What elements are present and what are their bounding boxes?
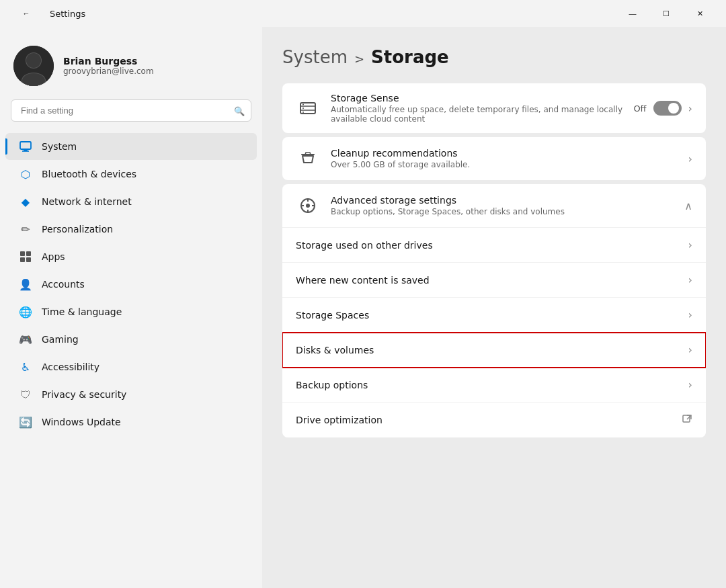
sidebar-item-privacy[interactable]: 🛡 Privacy & security [5, 381, 257, 408]
avatar-svg [13, 46, 54, 86]
svg-point-16 [302, 108, 304, 109]
sidebar-item-gaming[interactable]: 🎮 Gaming [5, 326, 257, 353]
storage-spaces-chevron: › [688, 308, 692, 321]
storage-sense-chevron: › [688, 102, 692, 115]
sidebar-item-time[interactable]: 🌐 Time & language [5, 298, 257, 325]
new-content-chevron: › [688, 274, 692, 286]
search-icon: 🔍 [234, 106, 245, 116]
user-name: Brian Burgess [63, 56, 154, 67]
sidebar-item-network[interactable]: ◆ Network & internet [5, 188, 257, 215]
sidebar-item-label-system: System [42, 141, 77, 152]
advanced-storage-title: Advanced storage settings [331, 195, 684, 206]
titlebar-title: Settings [50, 9, 85, 19]
storage-sense-toggle[interactable] [653, 101, 682, 116]
storage-sense-card: Storage Sense Automatically free up spac… [282, 83, 706, 133]
sidebar-item-apps[interactable]: Apps [5, 243, 257, 270]
close-button[interactable]: ✕ [684, 3, 715, 24]
advanced-storage-card: Advanced storage settings Backup options… [282, 184, 706, 437]
sub-item-backup[interactable]: Backup options › [282, 368, 706, 403]
svg-rect-8 [20, 251, 25, 256]
storage-sense-text: Storage Sense Automatically free up spac… [331, 93, 633, 124]
advanced-storage-action: ∧ [684, 200, 692, 212]
personalization-icon: ✏ [19, 222, 32, 236]
back-button[interactable]: ← [11, 3, 42, 24]
gaming-icon: 🎮 [19, 333, 32, 346]
search-box: 🔍 [11, 99, 251, 122]
other-drives-chevron: › [688, 239, 692, 251]
breadcrumb-parent: System [282, 47, 348, 67]
minimize-button[interactable]: — [617, 3, 648, 24]
cleanup-chevron: › [688, 153, 692, 165]
content-area: System > Storage Storage Sense Automatic… [262, 27, 726, 588]
backup-chevron: › [688, 378, 692, 391]
sidebar-item-label-time: Time & language [42, 306, 122, 317]
toggle-label: Off [633, 103, 646, 114]
drive-optimization-external-icon [682, 414, 692, 427]
sidebar-item-personalization[interactable]: ✏ Personalization [5, 216, 257, 243]
sidebar-item-label-personalization: Personalization [42, 224, 113, 235]
titlebar-controls: — ☐ ✕ [617, 3, 715, 24]
svg-point-3 [26, 53, 41, 68]
svg-point-17 [302, 112, 304, 113]
back-icon: ← [23, 9, 30, 17]
sidebar-item-label-accounts: Accounts [42, 279, 85, 290]
sub-item-drive-optimization-label: Drive optimization [296, 415, 682, 425]
storage-sense-subtitle: Automatically free up space, delete temp… [331, 105, 633, 124]
close-icon: ✕ [697, 9, 703, 18]
sidebar-item-label-privacy: Privacy & security [42, 389, 126, 400]
sub-item-drive-optimization[interactable]: Drive optimization [282, 403, 706, 437]
avatar-image [13, 46, 54, 86]
sidebar-item-accessibility[interactable]: ♿ Accessibility [5, 353, 257, 380]
maximize-button[interactable]: ☐ [651, 3, 682, 24]
windowsupdate-icon: 🔄 [19, 415, 32, 429]
sidebar-nav: System ⬡ Bluetooth & devices ◆ Network &… [0, 132, 262, 436]
sub-item-new-content-label: Where new content is saved [296, 275, 688, 286]
sub-item-disks-volumes[interactable]: Disks & volumes › [282, 333, 706, 368]
titlebar-left: ← Settings [11, 3, 85, 24]
user-profile: Brian Burgess groovybrian@live.com [0, 38, 262, 99]
advanced-storage-subtitle: Backup options, Storage Spaces, other di… [331, 207, 684, 216]
sub-item-backup-label: Backup options [296, 380, 688, 390]
sidebar-item-label-gaming: Gaming [42, 334, 79, 345]
sidebar-item-label-apps: Apps [42, 251, 65, 262]
sidebar-item-windowsupdate[interactable]: 🔄 Windows Update [5, 409, 257, 435]
cleanup-text: Cleanup recommendations Over 5.00 GB of … [331, 148, 688, 169]
advanced-storage-chevron-up: ∧ [684, 200, 692, 212]
user-info: Brian Burgess groovybrian@live.com [63, 56, 154, 76]
bluetooth-icon: ⬡ [19, 167, 32, 181]
advanced-storage-icon [296, 194, 320, 218]
advanced-storage-header[interactable]: Advanced storage settings Backup options… [282, 184, 706, 228]
svg-rect-10 [20, 257, 25, 262]
sub-item-storage-spaces-label: Storage Spaces [296, 310, 688, 321]
time-icon: 🌐 [19, 305, 32, 319]
titlebar: ← Settings — ☐ ✕ [0, 0, 726, 27]
sidebar-item-label-network: Network & internet [42, 196, 132, 207]
sidebar-item-accounts[interactable]: 👤 Accounts [5, 271, 257, 298]
storage-sense-row[interactable]: Storage Sense Automatically free up spac… [282, 83, 706, 133]
sub-item-storage-spaces[interactable]: Storage Spaces › [282, 298, 706, 333]
sub-item-new-content[interactable]: Where new content is saved › [282, 263, 706, 298]
cleanup-subtitle: Over 5.00 GB of storage available. [331, 160, 688, 169]
cleanup-icon [296, 146, 320, 171]
sidebar-item-label-windowsupdate: Windows Update [42, 417, 121, 427]
sub-item-other-drives[interactable]: Storage used on other drives › [282, 228, 706, 263]
sidebar-item-label-accessibility: Accessibility [42, 362, 99, 372]
cleanup-row[interactable]: Cleanup recommendations Over 5.00 GB of … [282, 137, 706, 180]
search-input[interactable] [11, 99, 251, 122]
toggle-knob [668, 103, 679, 114]
privacy-icon: 🛡 [19, 388, 32, 401]
sidebar-item-label-bluetooth: Bluetooth & devices [42, 169, 136, 179]
maximize-icon: ☐ [663, 9, 670, 18]
cleanup-action: › [688, 153, 692, 165]
page-title: Storage [371, 47, 449, 67]
sub-item-other-drives-label: Storage used on other drives [296, 240, 688, 251]
storage-sense-action: Off › [633, 101, 692, 116]
sidebar-item-system[interactable]: System [5, 133, 257, 160]
accessibility-icon: ♿ [19, 360, 32, 374]
svg-rect-11 [26, 257, 31, 262]
sidebar-item-bluetooth[interactable]: ⬡ Bluetooth & devices [5, 161, 257, 187]
network-icon: ◆ [19, 195, 32, 208]
page-header: System > Storage [282, 47, 706, 67]
user-email: groovybrian@live.com [63, 67, 154, 76]
svg-rect-25 [683, 415, 690, 422]
